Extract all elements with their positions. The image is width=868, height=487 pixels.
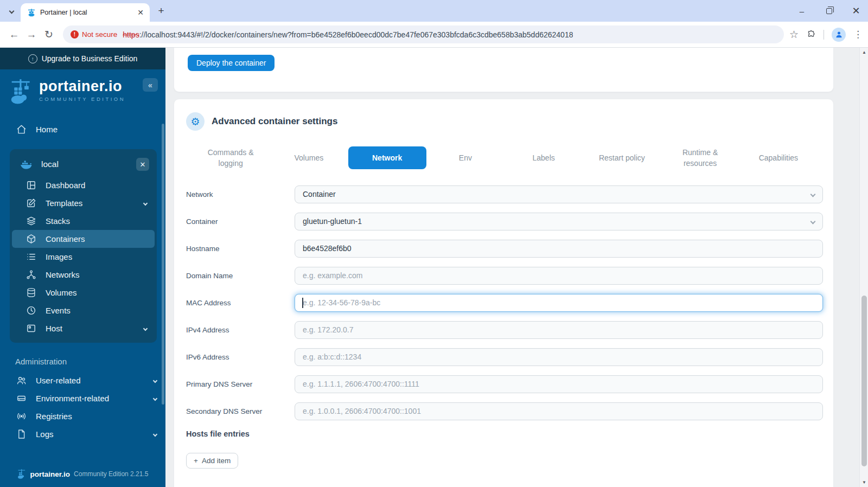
tab-labels[interactable]: Labels — [505, 150, 583, 165]
browser-menu-icon[interactable]: ⋮ — [853, 29, 863, 40]
primary-dns-input[interactable] — [295, 375, 823, 393]
scroll-up-icon[interactable]: ▲ — [860, 50, 868, 55]
tab-close-icon[interactable]: ✕ — [136, 8, 145, 17]
secondary-dns-input[interactable] — [295, 402, 823, 420]
sidebar-item-volumes[interactable]: Volumes — [12, 284, 155, 302]
field-label: IPv4 Address — [186, 326, 295, 334]
settings-tabs: Commands & logging Volumes Network Env L… — [192, 145, 818, 171]
sidebar-item-environment-related[interactable]: Environment-related — [0, 389, 165, 407]
browser-tab-active[interactable]: Portainer | local ✕ — [21, 3, 150, 22]
deploy-container-button[interactable]: Deploy the container — [188, 55, 275, 71]
browser-toolbar: ← → ↻ ! Not secure https://localhost:944… — [0, 22, 868, 48]
sidebar-footer: portainer.io Community Edition 2.21.5 — [0, 469, 165, 479]
logo-text: portainer.io COMMUNITY EDITION — [39, 78, 125, 102]
close-window-button[interactable]: ✕ — [850, 4, 863, 17]
settings-title: Advanced container settings — [212, 116, 337, 127]
close-environment-button[interactable]: ✕ — [136, 158, 149, 171]
networks-icon — [26, 270, 36, 280]
security-badge[interactable]: ! Not secure — [71, 30, 117, 39]
field-label: IPv6 Address — [186, 353, 295, 361]
environments-icon — [16, 393, 27, 403]
sidebar-item-registries[interactable]: Registries — [0, 407, 165, 425]
tab-runtime-resources[interactable]: Runtime & resources — [661, 145, 739, 171]
logs-icon — [16, 429, 27, 439]
profile-person-icon — [835, 30, 843, 39]
tab-env[interactable]: Env — [426, 150, 505, 165]
collapse-sidebar-button[interactable]: « — [143, 78, 158, 92]
host-icon — [26, 323, 36, 334]
hostname-input[interactable] — [295, 240, 823, 258]
sidebar-item-label: Templates — [46, 198, 82, 208]
tab-commands-logging[interactable]: Commands & logging — [192, 145, 270, 171]
sidebar-item-label: Stacks — [46, 216, 70, 226]
sidebar-item-images[interactable]: Images — [12, 248, 155, 266]
sidebar-item-templates[interactable]: Templates — [12, 194, 155, 212]
sidebar-item-containers[interactable]: Containers — [12, 230, 155, 248]
stacks-icon — [26, 216, 36, 226]
new-tab-button[interactable]: + — [154, 4, 168, 18]
registries-icon — [16, 411, 27, 421]
container-select-value: gluetun-gluetun-1 — [303, 217, 362, 226]
tab-search-button[interactable] — [4, 4, 18, 18]
sidebar-item-stacks[interactable]: Stacks — [12, 212, 155, 230]
mac-address-input[interactable] — [295, 294, 823, 312]
extensions-icon[interactable] — [806, 30, 816, 40]
toolbar-divider — [824, 30, 824, 40]
tab-volumes[interactable]: Volumes — [270, 150, 348, 165]
footer-edition: Community Edition 2.21.5 — [74, 470, 148, 478]
sidebar-item-label: Registries — [36, 412, 72, 421]
sidebar-item-home[interactable]: Home — [0, 120, 165, 138]
scroll-down-icon[interactable]: ▼ — [860, 480, 868, 485]
url-rest: ://localhost:9443/#!/2/docker/containers… — [139, 30, 573, 39]
sidebar-item-logs[interactable]: Logs — [0, 425, 165, 443]
tab-restart-policy[interactable]: Restart policy — [583, 150, 661, 165]
ipv4-address-input[interactable] — [295, 321, 823, 339]
page-scrollbar[interactable]: ▲ ▼ — [859, 48, 868, 487]
upgrade-banner-label: Upgrade to Business Edition — [42, 54, 138, 63]
portainer-favicon — [27, 8, 36, 17]
tab-network[interactable]: Network — [348, 146, 426, 169]
collapse-sidebar-icon: « — [148, 81, 152, 89]
domain-name-input[interactable] — [295, 267, 823, 285]
sidebar-item-dashboard[interactable]: Dashboard — [12, 176, 155, 194]
url-bar[interactable]: ! Not secure https://localhost:9443/#!/2… — [63, 25, 784, 43]
sidebar-item-label: Images — [46, 252, 72, 261]
url-text: https://localhost:9443/#!/2/docker/conta… — [123, 30, 573, 39]
field-label: Secondary DNS Server — [186, 407, 295, 415]
security-badge-label: Not secure — [82, 30, 117, 39]
upgrade-arrow-icon: ↑ — [28, 54, 37, 63]
dashboard-icon — [26, 180, 36, 190]
add-item-button[interactable]: + Add item — [186, 453, 238, 469]
upgrade-banner[interactable]: ↑ Upgrade to Business Edition — [0, 48, 165, 69]
settings-header: ⚙ Advanced container settings — [186, 112, 823, 131]
logo-subtitle: COMMUNITY EDITION — [39, 96, 125, 102]
add-item-label: Add item — [202, 457, 231, 465]
scrollbar-thumb[interactable] — [861, 296, 867, 466]
network-select[interactable]: Container — [295, 185, 823, 203]
maximize-button[interactable] — [822, 4, 835, 17]
browser-tab-strip: Portainer | local ✕ + – ✕ — [0, 0, 868, 22]
sidebar-item-host[interactable]: Host — [12, 319, 155, 337]
sidebar-item-label: Volumes — [46, 288, 77, 297]
portainer-logo — [10, 78, 34, 105]
forward-button[interactable]: → — [23, 26, 40, 43]
back-button[interactable]: ← — [5, 26, 23, 43]
reload-button[interactable]: ↻ — [40, 26, 58, 43]
environment-header[interactable]: local ✕ — [12, 152, 155, 176]
minimize-button[interactable]: – — [795, 4, 808, 17]
forward-icon: → — [27, 29, 37, 41]
bookmark-star-icon[interactable]: ☆ — [789, 28, 799, 41]
container-select[interactable]: gluetun-gluetun-1 — [295, 213, 823, 230]
sidebar-scrollbar-thumb[interactable] — [162, 124, 164, 405]
text-cursor — [302, 298, 303, 308]
sidebar-item-networks[interactable]: Networks — [12, 266, 155, 284]
tab-capabilities[interactable]: Capabilities — [739, 150, 818, 165]
sidebar-item-user-related[interactable]: User-related — [0, 371, 165, 389]
add-icon: + — [194, 457, 198, 465]
select-chevron-icon — [810, 219, 816, 224]
profile-avatar[interactable] — [832, 28, 846, 42]
footer-brand: portainer.io — [30, 470, 71, 478]
advanced-settings-card: ⚙ Advanced container settings Commands &… — [174, 99, 834, 487]
ipv6-address-input[interactable] — [295, 348, 823, 366]
sidebar-item-events[interactable]: Events — [12, 302, 155, 319]
